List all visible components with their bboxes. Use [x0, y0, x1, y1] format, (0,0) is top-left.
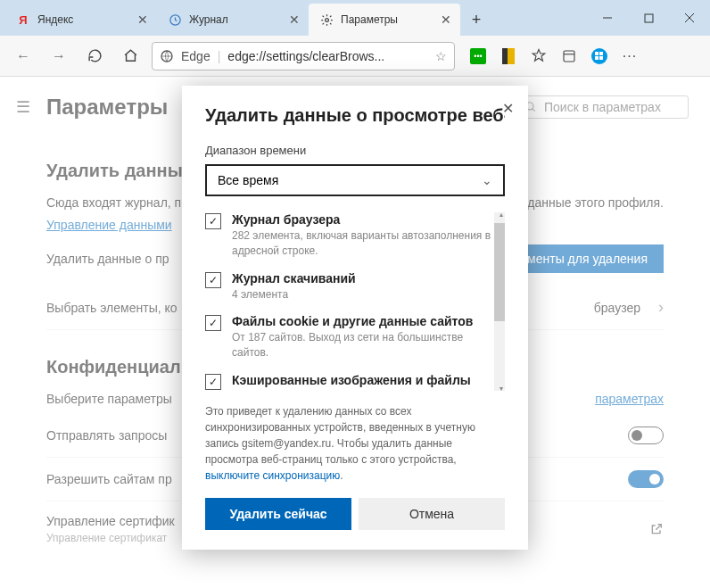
tab-strip: Я Яндекс ✕ Журнал ✕ Параметры ✕ + — [0, 0, 587, 36]
svg-rect-11 — [595, 56, 599, 60]
options-list: ✓ Журнал браузера 282 элемента, включая … — [205, 212, 505, 391]
address-prefix: Edge — [181, 49, 211, 63]
disable-sync-link[interactable]: выключите синхронизацию — [205, 469, 340, 482]
extension-1[interactable]: ••• — [464, 42, 492, 70]
favorite-star-icon[interactable]: ☆ — [435, 49, 447, 63]
clear-data-dialog: ✕ Удалить данные о просмотре веб-стран Д… — [182, 86, 528, 550]
gear-icon — [319, 12, 334, 27]
tab-close-icon[interactable]: ✕ — [137, 12, 148, 27]
refresh-button[interactable] — [78, 42, 111, 70]
option-browsing-history[interactable]: ✓ Журнал браузера 282 элемента, включая … — [205, 212, 492, 259]
tab-yandex[interactable]: Я Яндекс ✕ — [5, 4, 157, 36]
maximize-button[interactable] — [628, 0, 669, 36]
option-download-history[interactable]: ✓ Журнал скачиваний 4 элемента — [205, 271, 492, 302]
checkbox-icon[interactable]: ✓ — [205, 315, 221, 331]
dialog-title: Удалить данные о просмотре веб-стран — [205, 105, 505, 126]
svg-rect-3 — [645, 14, 653, 22]
yandex-icon: Я — [16, 12, 30, 27]
option-cache[interactable]: ✓ Кэшированные изображения и файлы Освоб… — [205, 373, 492, 391]
separator: | — [218, 49, 221, 63]
sync-warning: Это приведет к удалению данных со всех с… — [205, 403, 505, 484]
clear-now-button[interactable]: Удалить сейчас — [205, 498, 351, 530]
tab-history[interactable]: Журнал ✕ — [157, 4, 309, 36]
close-window-button[interactable] — [669, 0, 710, 36]
checkbox-icon[interactable]: ✓ — [205, 272, 221, 288]
svg-rect-12 — [599, 56, 603, 60]
svg-rect-9 — [595, 52, 599, 55]
back-button[interactable]: ← — [7, 42, 39, 70]
browser-toolbar: ← → Edge | edge://settings/clearBrows...… — [0, 36, 710, 77]
time-range-select[interactable]: Все время ⌄ — [205, 164, 505, 196]
favorites-button[interactable] — [524, 42, 553, 70]
chevron-down-icon: ⌄ — [482, 173, 492, 187]
history-icon — [168, 12, 182, 27]
minimize-button[interactable] — [587, 0, 628, 36]
dialog-buttons: Удалить сейчас Отмена — [205, 498, 505, 530]
edge-icon — [160, 49, 174, 63]
tab-label: Яндекс — [37, 13, 73, 26]
svg-point-1 — [325, 18, 328, 21]
toolbar-extensions: ••• ··· — [464, 42, 644, 70]
collections-button[interactable] — [555, 42, 583, 70]
tab-label: Параметры — [341, 13, 398, 26]
window-titlebar: Я Яндекс ✕ Журнал ✕ Параметры ✕ + — [0, 0, 710, 36]
address-bar[interactable]: Edge | edge://settings/clearBrows... ☆ — [152, 42, 455, 70]
option-cookies[interactable]: ✓ Файлы cookie и другие данные сайтов От… — [205, 314, 492, 360]
address-url: edge://settings/clearBrows... — [227, 49, 384, 63]
svg-rect-10 — [599, 52, 603, 55]
cancel-button[interactable]: Отмена — [359, 498, 505, 530]
close-dialog-button[interactable]: ✕ — [502, 100, 514, 117]
time-range-label: Диапазон времени — [205, 144, 505, 157]
windows-icon[interactable] — [585, 42, 614, 70]
tab-settings[interactable]: Параметры ✕ — [309, 4, 460, 36]
time-range-value: Все время — [218, 173, 278, 187]
checkbox-icon[interactable]: ✓ — [205, 213, 221, 229]
window-controls — [587, 0, 710, 36]
tab-close-icon[interactable]: ✕ — [289, 12, 300, 27]
options-scrollbar[interactable]: ▴ ▾ — [494, 212, 505, 391]
menu-button[interactable]: ··· — [615, 42, 644, 70]
svg-rect-7 — [564, 51, 574, 62]
tab-close-icon[interactable]: ✕ — [441, 12, 451, 27]
tab-label: Журнал — [189, 13, 228, 26]
home-button[interactable] — [114, 42, 146, 70]
extension-2[interactable] — [494, 42, 523, 70]
new-tab-button[interactable]: + — [460, 4, 492, 36]
forward-button[interactable]: → — [43, 42, 75, 70]
checkbox-icon[interactable]: ✓ — [205, 374, 221, 390]
